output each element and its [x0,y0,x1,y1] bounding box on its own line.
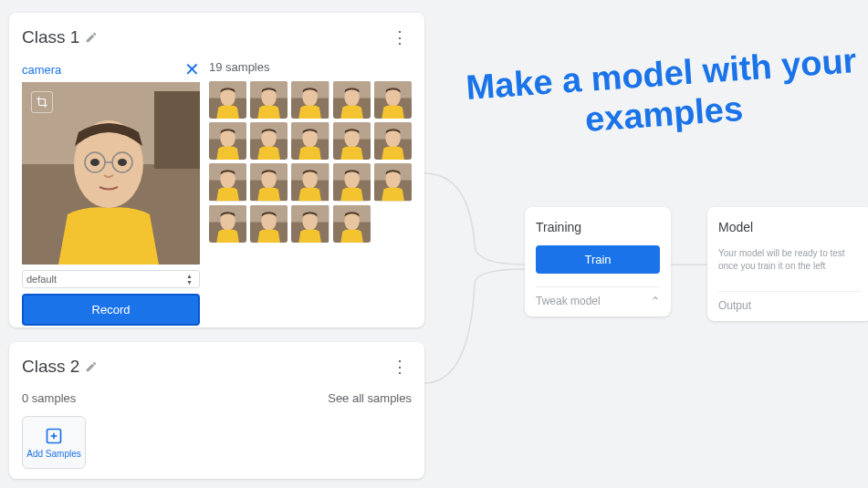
class1-title: Class 1 [22,27,79,47]
samples-grid [209,81,412,243]
camera-label: camera [22,63,61,77]
sample-thumbnail[interactable] [250,122,288,160]
sample-thumbnail[interactable] [291,81,329,119]
stepper-icon: ▲▼ [186,273,195,286]
record-button[interactable]: Record [22,294,200,326]
sample-thumbnail[interactable] [291,205,329,243]
model-card: Model Your model will be ready to test o… [707,207,868,321]
camera-source-select[interactable]: default ▲▼ [22,270,200,288]
camera-panel: camera ✕ [22,60,200,326]
sample-thumbnail[interactable] [209,81,246,119]
pencil-icon [85,360,98,373]
sample-thumbnail[interactable] [250,205,288,243]
sample-thumbnail[interactable] [333,205,371,243]
sample-thumbnail[interactable] [374,122,412,160]
chevron-up-icon: ⌃ [651,295,660,307]
class2-samples-count: 0 samples [22,391,76,405]
sample-thumbnail[interactable] [374,81,412,119]
model-title: Model [718,220,861,234]
training-card: Training Train Tweak model ⌃ [525,207,671,317]
pencil-icon [85,31,98,44]
add-samples-button[interactable]: Add Samples [22,416,86,469]
model-placeholder-message: Your model will be ready to test once yo… [718,247,861,278]
svg-rect-2 [154,91,200,169]
headline-text: Make a model with your examples [446,40,868,150]
close-icon[interactable]: ✕ [184,60,200,78]
sample-thumbnail[interactable] [374,163,412,201]
plus-box-icon [45,427,63,445]
train-button[interactable]: Train [536,245,660,274]
svg-point-4 [90,159,99,166]
sample-thumbnail[interactable] [291,163,329,201]
camera-source-value: default [26,274,57,285]
model-output-label: Output [718,291,861,312]
tweak-model-toggle[interactable]: Tweak model ⌃ [536,286,660,307]
more-menu-icon[interactable]: ⋮ [388,353,412,380]
training-title: Training [536,220,660,234]
sample-thumbnail[interactable] [333,163,371,201]
sample-thumbnail[interactable] [250,81,288,119]
class2-title: Class 2 [22,357,79,377]
sample-thumbnail[interactable] [333,81,371,119]
sample-thumbnail[interactable] [333,122,371,160]
add-samples-label: Add Samples [26,449,80,459]
class1-card: Class 1 ⋮ camera ✕ [9,13,424,327]
samples-panel: 19 samples [209,60,412,326]
class1-title-row[interactable]: Class 1 [22,27,98,47]
sample-thumbnail[interactable] [209,205,246,243]
camera-preview [22,82,200,265]
tweak-model-label: Tweak model [536,295,601,307]
class2-title-row[interactable]: Class 2 [22,357,98,377]
class1-samples-count: 19 samples [209,60,412,74]
svg-point-5 [118,159,127,166]
sample-thumbnail[interactable] [209,122,246,160]
sample-thumbnail[interactable] [250,163,288,201]
more-menu-icon[interactable]: ⋮ [388,24,412,51]
sample-thumbnail[interactable] [291,122,329,160]
class2-card: Class 2 ⋮ 0 samples See all samples Add … [9,342,424,479]
sample-thumbnail[interactable] [209,163,246,201]
see-all-samples-link[interactable]: See all samples [328,391,412,405]
crop-icon[interactable] [31,91,53,113]
